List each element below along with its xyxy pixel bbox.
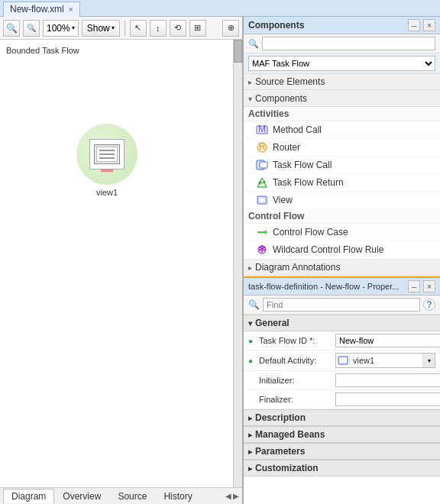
nav-left-btn[interactable]: ◀ bbox=[225, 492, 231, 500]
task-flow-return-icon: ↩ bbox=[256, 176, 268, 189]
task-flow-call-item[interactable]: Task Flow Call bbox=[244, 157, 440, 174]
zoom-out-btn[interactable]: 🔍 bbox=[23, 20, 40, 37]
editor-panel: 🔍 🔍 100% ▾ Show ▾ ↖ ↕ ⟲ bbox=[0, 17, 243, 504]
props-min-btn[interactable]: – bbox=[408, 280, 420, 292]
router-label: Router bbox=[273, 142, 300, 153]
customization-section-header[interactable]: ▸ Customization bbox=[244, 460, 440, 477]
method-call-item[interactable]: M Method Call bbox=[244, 121, 440, 139]
svg-rect-15 bbox=[339, 357, 347, 363]
components-dropdown[interactable]: MAF Task Flow bbox=[248, 56, 435, 71]
tab-diagram[interactable]: Diagram bbox=[3, 489, 54, 503]
managed-beans-label: Managed Beans bbox=[255, 429, 325, 440]
tool-btn-3[interactable]: ⟲ bbox=[170, 20, 186, 37]
components-panel-header: Components – × bbox=[244, 17, 440, 34]
vertical-scrollbar[interactable] bbox=[233, 40, 242, 487]
properties-search-input[interactable] bbox=[263, 298, 420, 312]
node-icon bbox=[89, 139, 125, 170]
help-icon: ? bbox=[426, 299, 432, 310]
scrollbar-thumb[interactable] bbox=[234, 40, 242, 63]
zoom-value: 100% bbox=[47, 23, 70, 34]
control-flow-case-item[interactable]: Control Flow Case bbox=[244, 224, 440, 241]
diagram-annotations-header[interactable]: ▸ Diagram Annotations bbox=[244, 260, 440, 276]
arrow-icon: ↖ bbox=[134, 23, 141, 33]
components-dropdown-row: MAF Task Flow bbox=[244, 53, 440, 74]
tab-overview[interactable]: Overview bbox=[54, 489, 109, 504]
node-screen-inner bbox=[96, 147, 118, 162]
svg-text:M: M bbox=[258, 124, 266, 134]
screen-line-1 bbox=[99, 150, 115, 151]
task-flow-id-row: ● Task Flow ID *: bbox=[244, 331, 440, 351]
tool-btn-2[interactable]: ↕ bbox=[150, 20, 167, 37]
tab-close-btn[interactable]: × bbox=[69, 5, 73, 14]
props-controls: – × bbox=[408, 280, 435, 292]
tab-source[interactable]: Source bbox=[109, 489, 155, 504]
zoom-out-icon: 🔍 bbox=[27, 24, 36, 32]
tab-overview-label: Overview bbox=[63, 491, 101, 502]
view-item[interactable]: View bbox=[244, 192, 440, 209]
components-section-header[interactable]: ▾ Components bbox=[244, 91, 440, 107]
source-elements-header[interactable]: ▸ Source Elements bbox=[244, 74, 440, 90]
default-activity-required: ● bbox=[248, 357, 256, 365]
default-activity-value: view1 ▾ bbox=[335, 353, 435, 368]
nav-right-btn[interactable]: ▶ bbox=[233, 492, 239, 500]
properties-search-row: 🔍 ? bbox=[244, 296, 440, 315]
source-elements-label: Source Elements bbox=[255, 76, 325, 87]
show-arrow-icon: ▾ bbox=[112, 24, 115, 31]
diagram-node[interactable]: view1 bbox=[76, 124, 138, 197]
props-close-btn[interactable]: × bbox=[423, 280, 435, 292]
router-icon: R bbox=[256, 141, 268, 153]
task-flow-call-icon bbox=[256, 159, 268, 171]
zoom-control[interactable]: 100% ▾ bbox=[43, 20, 79, 37]
diagram-annotations-label: Diagram Annotations bbox=[255, 262, 340, 273]
rotate-icon: ⟲ bbox=[174, 23, 181, 33]
editor-tab[interactable]: New-flow.xml × bbox=[3, 2, 80, 17]
task-flow-id-value bbox=[335, 334, 440, 347]
managed-beans-section-header[interactable]: ▸ Managed Beans bbox=[244, 426, 440, 443]
tab-bar: New-flow.xml × bbox=[0, 0, 440, 17]
diagram-annotations-toggle-icon: ▸ bbox=[248, 263, 252, 272]
tab-history[interactable]: History bbox=[155, 489, 200, 504]
svg-text:R: R bbox=[259, 141, 266, 152]
tool-btn-1[interactable]: ↖ bbox=[130, 20, 147, 37]
finalizer-label: Finalizer: bbox=[259, 395, 335, 404]
zoom-in-btn[interactable]: 🔍 bbox=[3, 20, 20, 37]
diagram-label: Bounded Task Flow bbox=[6, 46, 79, 55]
parameters-toggle-icon: ▸ bbox=[248, 447, 252, 456]
svg-marker-11 bbox=[265, 230, 267, 234]
tool-btn-5[interactable]: ⊕ bbox=[222, 20, 239, 37]
tab-diagram-label: Diagram bbox=[11, 491, 46, 502]
components-panel: Components – × 🔍 MAF Task Flow bbox=[244, 17, 440, 278]
router-item[interactable]: R Router bbox=[244, 139, 440, 157]
wildcard-control-flow-item[interactable]: ✻ Wildcard Control Flow Rule bbox=[244, 241, 440, 259]
default-activity-select[interactable]: view1 ▾ bbox=[335, 353, 435, 368]
default-activity-row: ● Default Activity: view1 ▾ bbox=[244, 351, 440, 371]
components-close-btn[interactable]: × bbox=[423, 19, 435, 31]
svg-text:↩: ↩ bbox=[258, 177, 266, 188]
task-flow-id-input[interactable] bbox=[335, 334, 440, 347]
source-elements-section: ▸ Source Elements bbox=[244, 74, 440, 91]
help-button[interactable]: ? bbox=[423, 299, 435, 311]
customization-toggle-icon: ▸ bbox=[248, 464, 252, 473]
finalizer-value bbox=[335, 393, 440, 406]
show-label: Show bbox=[87, 23, 110, 34]
properties-panel-header: task-flow-definition - New-flow - Proper… bbox=[244, 278, 440, 296]
default-activity-arrow[interactable]: ▾ bbox=[422, 354, 435, 367]
task-flow-return-item[interactable]: ↩ Task Flow Return bbox=[244, 174, 440, 192]
editor-with-scrollbar: Bounded Task Flow bbox=[0, 40, 242, 487]
parameters-section-header[interactable]: ▸ Parameters bbox=[244, 443, 440, 460]
customization-label: Customization bbox=[255, 463, 319, 473]
initializer-input[interactable] bbox=[335, 373, 440, 387]
node-screen-lines bbox=[99, 150, 115, 159]
show-button[interactable]: Show ▾ bbox=[82, 20, 120, 37]
bottom-tabs: Diagram Overview Source History ◀ ▶ bbox=[0, 487, 242, 504]
task-flow-id-required: ● bbox=[248, 337, 256, 345]
diagram-area[interactable]: Bounded Task Flow bbox=[0, 40, 233, 487]
components-search-input[interactable] bbox=[262, 37, 435, 50]
grid-icon: ⊞ bbox=[194, 23, 201, 33]
general-section-header[interactable]: ▾ General bbox=[244, 315, 440, 331]
finalizer-input[interactable] bbox=[335, 393, 440, 406]
components-min-btn[interactable]: – bbox=[408, 19, 420, 31]
tool-btn-4[interactable]: ⊞ bbox=[189, 20, 206, 37]
description-section-header[interactable]: ▸ Description bbox=[244, 409, 440, 426]
panel-controls: – × bbox=[408, 19, 435, 31]
